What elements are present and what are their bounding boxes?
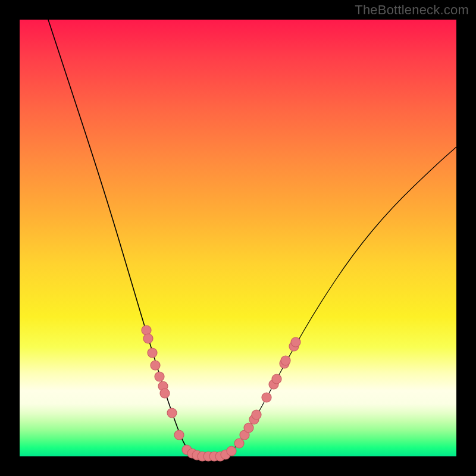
dot-left-0 xyxy=(142,325,151,335)
dot-right-7 xyxy=(272,374,281,384)
dot-left-8 xyxy=(174,430,184,440)
dot-left-1 xyxy=(143,334,153,343)
dot-left-2 xyxy=(148,348,157,358)
dot-bottom-8 xyxy=(227,446,236,456)
chart-container: TheBottleneck.com xyxy=(0,0,476,476)
dot-right-2 xyxy=(244,423,253,433)
dot-right-9 xyxy=(281,356,290,365)
dot-right-0 xyxy=(234,439,244,448)
dot-right-5 xyxy=(262,393,271,402)
curve-svg xyxy=(20,20,456,456)
dot-right-4 xyxy=(252,410,261,419)
dot-left-6 xyxy=(160,389,170,398)
watermark-text: TheBottleneck.com xyxy=(355,2,469,18)
right-curve xyxy=(207,147,456,456)
plot-area xyxy=(20,20,456,456)
left-curve xyxy=(48,20,207,456)
dot-right-11 xyxy=(291,337,300,347)
dot-left-7 xyxy=(167,408,177,418)
dot-left-3 xyxy=(151,361,160,370)
dot-left-4 xyxy=(155,372,164,381)
